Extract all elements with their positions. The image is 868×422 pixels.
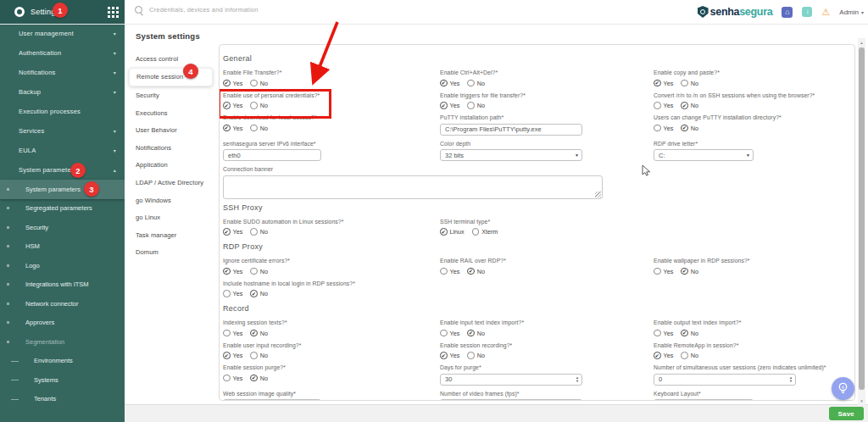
sidebar-subitem[interactable]: Security [0,218,125,237]
sidebar-item[interactable]: Execution processes [0,102,125,121]
radio-option[interactable]: ✔Yes [223,352,242,359]
radio-checked-icon[interactable]: ✔ [223,228,231,236]
radio-option[interactable]: ✔Yes [654,352,673,359]
number-input[interactable]: 30▲▼ [440,374,582,386]
stepper-icon[interactable]: ▲▼ [576,376,579,383]
radio-checked-icon[interactable]: ✔ [654,80,661,87]
settings-nav-item[interactable]: LDAP / Active Directory [125,174,219,192]
radio-checked-icon[interactable]: ✔ [681,268,688,275]
radio-unchecked-icon[interactable] [250,268,258,275]
radio-option[interactable]: ✔Yes [223,80,242,87]
radio-option[interactable]: ✔No [681,102,698,109]
radio-checked-icon[interactable]: ✔ [250,330,258,337]
warning-icon[interactable]: ⚠ [821,8,830,17]
radio-option[interactable]: ✔Yes [223,102,242,109]
sidebar-item[interactable]: Notifications▾ [0,63,125,82]
radio-option[interactable]: ✔No [681,268,698,275]
settings-nav-item[interactable]: Task manager [125,226,219,244]
radio-option[interactable]: ✔Yes [440,352,459,359]
radio-option[interactable]: ✔No [250,290,268,297]
radio-option[interactable]: No [467,352,485,359]
sidebar-subitem[interactable]: Network connector [0,294,125,314]
file-export-icon[interactable]: ↓ [802,7,812,17]
radio-checked-icon[interactable]: ✔ [681,102,688,109]
vertical-scrollbar[interactable]: ▴ ▾ [858,38,865,405]
settings-nav-item[interactable]: Application [125,157,219,175]
radio-unchecked-icon[interactable] [654,268,661,275]
radio-option[interactable]: No [250,228,268,236]
help-lightbulb-button[interactable]: ¢ [832,377,854,400]
radio-checked-icon[interactable]: ✔ [250,290,258,297]
radio-option[interactable]: Yes [654,330,673,337]
radio-option[interactable]: ✔Linux [440,228,465,236]
radio-unchecked-icon[interactable] [681,352,688,359]
radio-option[interactable]: ✔Yes [654,80,673,87]
radio-option[interactable]: ✔No [681,330,698,337]
radio-option[interactable]: No [250,80,268,87]
sidebar-item[interactable]: EULA▾ [0,141,125,160]
radio-unchecked-icon[interactable] [467,352,475,359]
home-icon[interactable]: ⌂ [782,7,793,18]
radio-option[interactable]: ✔No [250,330,268,337]
radio-option[interactable]: Yes [654,102,673,109]
settings-nav-item[interactable]: Security [125,86,219,104]
save-button[interactable]: Save [829,407,864,420]
radio-option[interactable]: No [250,102,268,109]
radio-option[interactable]: Yes [440,268,459,275]
number-input[interactable]: 15▲▼ [440,399,582,401]
sidebar-item[interactable]: User management▾ [0,24,125,43]
radio-unchecked-icon[interactable] [223,290,231,297]
radio-checked-icon[interactable]: ✔ [440,102,448,109]
radio-unchecked-icon[interactable] [654,125,661,132]
radio-unchecked-icon[interactable] [250,80,258,87]
radio-option[interactable]: ✔Yes [440,80,459,87]
radio-option[interactable]: No [250,268,268,275]
select-dropdown[interactable]: Português Brasil (Qwerty)▼ [654,399,754,401]
settings-nav-item[interactable]: User Behavior [125,121,219,139]
radio-option[interactable]: No [250,352,268,359]
radio-option[interactable]: ✔No [467,330,485,337]
sidebar-subitem[interactable]: Approvers [0,314,125,333]
stepper-icon[interactable]: ▲▼ [789,376,793,383]
sidebar-subitem[interactable]: HSM [0,237,125,257]
settings-nav-item[interactable]: Access control [125,50,219,68]
sidebar-subitem[interactable]: Segregated parameters [0,199,125,219]
sidebar-subitem[interactable]: Tenants [0,390,125,409]
admin-menu[interactable]: Admin ▾ [839,8,864,16]
radio-option[interactable]: ✔Yes [223,125,242,132]
sidebar-item[interactable]: Backup▾ [0,82,125,102]
sidebar-item[interactable]: Services▾ [0,121,125,141]
radio-unchecked-icon[interactable] [467,102,475,109]
radio-option[interactable]: ✔Yes [440,102,459,109]
text-input[interactable]: eth0 [223,149,321,161]
radio-checked-icon[interactable]: ✔ [440,80,448,87]
radio-checked-icon[interactable]: ✔ [223,102,231,109]
sidebar-item[interactable]: System parameters▴ [0,160,125,180]
radio-checked-icon[interactable]: ✔ [223,125,231,132]
radio-checked-icon[interactable]: ✔ [250,375,258,382]
radio-unchecked-icon[interactable] [654,330,661,337]
number-input[interactable]: 100▲▼ [223,399,321,401]
radio-checked-icon[interactable]: ✔ [440,228,448,236]
scroll-up-icon[interactable]: ▴ [858,38,865,47]
scrollbar-thumb[interactable] [859,47,865,390]
radio-option[interactable]: Xterm [472,228,498,236]
radio-option[interactable]: Yes [654,268,673,275]
radio-option[interactable]: Yes [223,375,242,382]
select-dropdown[interactable]: C:▼ [654,149,754,161]
radio-unchecked-icon[interactable] [440,268,448,275]
radio-unchecked-icon[interactable] [681,80,688,87]
radio-checked-icon[interactable]: ✔ [467,268,475,275]
sidebar-subitem[interactable]: System parameters [0,180,125,199]
settings-nav-item[interactable]: Remote session [129,68,213,87]
radio-checked-icon[interactable]: ✔ [440,352,448,359]
radio-unchecked-icon[interactable] [654,102,661,109]
radio-option[interactable]: No [250,125,268,132]
sidebar-subitem[interactable]: Systems [0,370,125,390]
radio-option[interactable]: ✔No [681,125,698,132]
radio-option[interactable]: No [467,80,485,87]
radio-checked-icon[interactable]: ✔ [223,268,231,275]
radio-option[interactable]: ✔Yes [223,268,242,275]
radio-option[interactable]: Yes [223,290,242,297]
settings-nav-item[interactable]: go Linux [125,208,219,226]
